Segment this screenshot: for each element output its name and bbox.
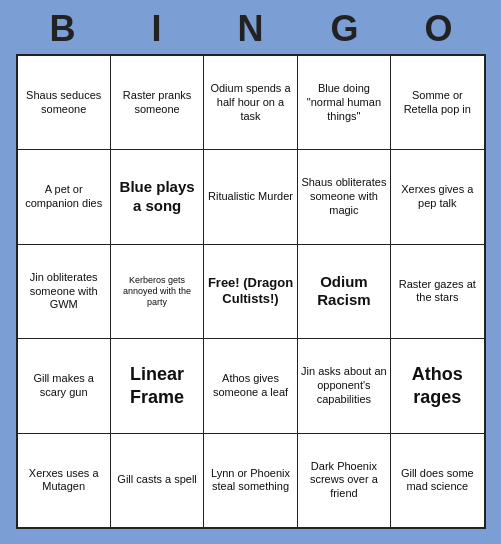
bingo-cell-16[interactable]: Linear Frame [111,339,203,432]
bingo-cell-0[interactable]: Shaus seduces someone [18,56,110,149]
bingo-grid: Shaus seduces someoneRaster pranks someo… [16,54,486,529]
bingo-cell-11[interactable]: Kerberos gets annoyed with the party [111,245,203,338]
bingo-cell-6[interactable]: Blue plays a song [111,150,203,243]
bingo-cell-10[interactable]: Jin obliterates someone with GWM [18,245,110,338]
letter-o: O [404,8,474,50]
letter-i: I [122,8,192,50]
letter-b: B [28,8,98,50]
letter-n: N [216,8,286,50]
bingo-cell-15[interactable]: Gill makes a scary gun [18,339,110,432]
bingo-cell-7[interactable]: Ritualistic Murder [204,150,296,243]
bingo-cell-5[interactable]: A pet or companion dies [18,150,110,243]
bingo-cell-2[interactable]: Odium spends a half hour on a task [204,56,296,149]
bingo-cell-24[interactable]: Gill does some mad science [391,434,483,527]
bingo-cell-14[interactable]: Raster gazes at the stars [391,245,483,338]
bingo-cell-18[interactable]: Jin asks about an opponent's capabilitie… [298,339,390,432]
bingo-cell-21[interactable]: Gill casts a spell [111,434,203,527]
bingo-cell-22[interactable]: Lynn or Phoenix steal something [204,434,296,527]
bingo-cell-20[interactable]: Xerxes uses a Mutagen [18,434,110,527]
bingo-cell-1[interactable]: Raster pranks someone [111,56,203,149]
bingo-cell-17[interactable]: Athos gives someone a leaf [204,339,296,432]
bingo-cell-9[interactable]: Xerxes gives a pep talk [391,150,483,243]
bingo-cell-8[interactable]: Shaus obliterates someone with magic [298,150,390,243]
bingo-cell-23[interactable]: Dark Phoenix screws over a friend [298,434,390,527]
bingo-cell-12[interactable]: Free! (Dragon Cultists!) [204,245,296,338]
letter-g: G [310,8,380,50]
bingo-cell-13[interactable]: Odium Racism [298,245,390,338]
bingo-cell-3[interactable]: Blue doing "normal human things" [298,56,390,149]
bingo-cell-19[interactable]: Athos rages [391,339,483,432]
bingo-cell-4[interactable]: Somme or Retella pop in [391,56,483,149]
bingo-header: B I N G O [16,0,486,54]
